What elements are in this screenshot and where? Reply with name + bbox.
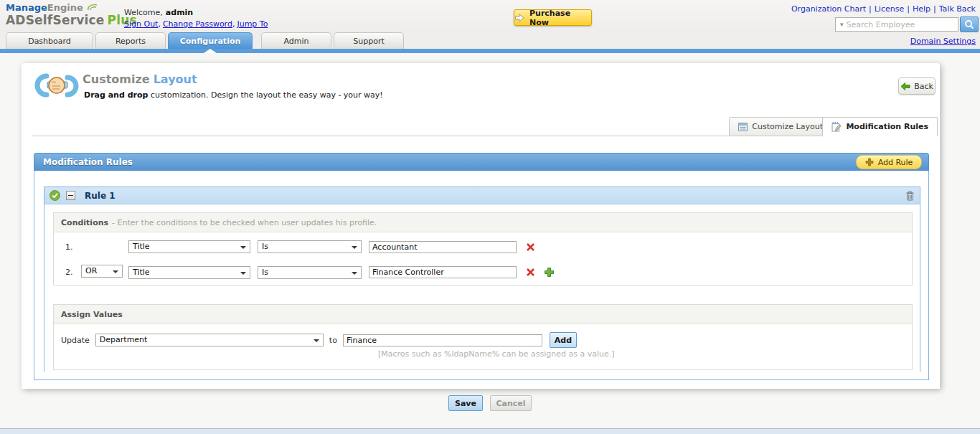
assign-attribute-select[interactable]: Department: [95, 334, 324, 346]
rule-body: Conditions - Enter the conditions to be …: [44, 204, 920, 372]
purchase-arrow-icon: [514, 14, 525, 22]
chevron-down-icon: [352, 246, 357, 249]
help-link[interactable]: Help: [913, 4, 930, 14]
organization-chart-link[interactable]: Organization Chart: [791, 4, 866, 14]
delete-condition-icon[interactable]: [526, 268, 535, 277]
domain-settings-link[interactable]: Domain Settings: [910, 37, 976, 46]
welcome-block: Welcome,admin Sign Out,Change Password,J…: [124, 8, 268, 29]
chevron-down-icon: [113, 270, 118, 273]
subtab-customize-layout[interactable]: Customize Layout: [729, 117, 832, 136]
top-header: ManageEngine ADSelfServicePlus Welcome,a…: [0, 0, 980, 32]
separator: ,: [158, 19, 161, 29]
search-icon: [964, 19, 974, 29]
active-tab-pointer: [204, 49, 217, 53]
brand-engine: Engine: [47, 2, 83, 13]
back-arrow-icon: [900, 82, 910, 90]
condition-field-select[interactable]: Title: [128, 240, 250, 253]
search-input[interactable]: [847, 20, 958, 29]
search-scope-caret-icon[interactable]: ▾: [840, 21, 844, 28]
employee-search-box: ▾: [835, 17, 958, 32]
macro-hint: [Macros such as %ldapName% can be assign…: [378, 349, 615, 359]
modification-rules-panel: Modification Rules Add Rule: [34, 153, 929, 380]
subtab-row: Customize Layout Modification Rules: [32, 117, 938, 136]
delete-rule-trash-icon[interactable]: [905, 191, 915, 201]
purchase-now-label: Purchase Now: [529, 9, 591, 27]
condition-operator-select[interactable]: OR: [81, 265, 123, 278]
tab-dashboard[interactable]: Dashboard: [6, 32, 93, 49]
condition-value-input[interactable]: [369, 241, 517, 253]
license-link[interactable]: License: [875, 4, 904, 14]
assign-row: Update Department to Add: [61, 332, 577, 348]
brand-swoosh-icon: [87, 2, 98, 13]
chevron-down-icon: [240, 246, 246, 249]
change-password-link[interactable]: Change Password: [163, 19, 232, 29]
tab-admin[interactable]: Admin: [261, 32, 331, 49]
rule-box: Rule 1 Conditions - Enter the conditions…: [44, 187, 920, 372]
condition-comparator-select[interactable]: Is: [258, 240, 362, 253]
active-tab-bar: [0, 49, 980, 53]
condition-value-input[interactable]: [369, 266, 517, 278]
plus-icon: [865, 158, 874, 166]
form-actions: Save Cancel: [0, 395, 980, 411]
assign-values-section: Assign Values Update Department to Add […: [53, 304, 913, 370]
conditions-section: Conditions - Enter the conditions to be …: [53, 212, 913, 286]
rule-header: Rule 1: [44, 187, 920, 204]
top-right-links: Organization Chart|License|Help|Talk Bac…: [791, 4, 976, 14]
modification-rules-panel-body: Rule 1 Conditions - Enter the conditions…: [34, 171, 929, 380]
add-rule-button[interactable]: Add Rule: [856, 155, 922, 169]
tab-configuration[interactable]: Configuration: [168, 32, 253, 49]
main-nav-tabbar: Dashboard Reports Configuration Admin Su…: [0, 32, 980, 49]
collapse-rule-icon[interactable]: [66, 191, 75, 200]
condition-row-2: 2. OR Title Is: [65, 265, 555, 280]
conditions-header: Conditions - Enter the conditions to be …: [54, 213, 912, 232]
app-logo: ManageEngine ADSelfServicePlus: [6, 2, 137, 27]
save-button[interactable]: Save: [448, 395, 483, 411]
condition-field-select[interactable]: Title: [128, 266, 250, 279]
add-condition-icon[interactable]: [544, 267, 555, 278]
purchase-now-button[interactable]: Purchase Now: [514, 9, 592, 26]
footer-strip: [0, 428, 980, 434]
cancel-button[interactable]: Cancel: [490, 395, 532, 411]
search-button[interactable]: [960, 16, 979, 32]
customize-layout-wrench-icon: [34, 67, 79, 103]
assign-values-header: Assign Values: [54, 305, 912, 324]
tab-support[interactable]: Support: [334, 32, 404, 49]
page-subtitle: Drag and drop customization. Design the …: [84, 90, 383, 100]
panel-title: Modification Rules: [43, 157, 133, 167]
jump-to-link[interactable]: Jump To: [237, 19, 268, 29]
separator: ,: [232, 19, 235, 29]
add-assignment-button[interactable]: Add: [550, 332, 577, 348]
sign-out-link[interactable]: Sign Out: [124, 19, 158, 29]
assign-value-input[interactable]: [343, 334, 542, 346]
modification-rules-panel-header: Modification Rules Add Rule: [34, 153, 929, 171]
subtab-modification-rules[interactable]: Modification Rules: [822, 117, 938, 136]
back-button[interactable]: Back: [898, 77, 936, 95]
modification-rules-icon: [831, 122, 842, 132]
main-content-panel: CustomizeLayout Drag and drop customizat…: [22, 63, 940, 389]
brand-manage: Manage: [6, 2, 47, 13]
separator: |: [933, 4, 936, 14]
welcome-label: Welcome,: [124, 8, 163, 17]
product-name: ADSelfService: [6, 13, 105, 27]
rule-title: Rule 1: [85, 191, 116, 201]
separator: |: [869, 4, 872, 14]
talk-back-link[interactable]: Talk Back: [939, 4, 976, 14]
rule-enabled-check-icon[interactable]: [50, 190, 60, 201]
condition-row-1: 1. Title Is: [65, 240, 535, 253]
layout-icon: [738, 123, 748, 131]
username: admin: [166, 8, 193, 17]
chevron-down-icon: [352, 272, 357, 275]
separator: |: [907, 4, 910, 14]
chevron-down-icon: [240, 272, 246, 275]
tab-reports[interactable]: Reports: [95, 32, 166, 49]
delete-condition-icon[interactable]: [526, 242, 535, 252]
screen: ManageEngine ADSelfServicePlus Welcome,a…: [0, 0, 980, 434]
condition-comparator-select[interactable]: Is: [258, 266, 362, 279]
page-title: CustomizeLayout: [83, 72, 197, 86]
chevron-down-icon: [314, 339, 319, 342]
